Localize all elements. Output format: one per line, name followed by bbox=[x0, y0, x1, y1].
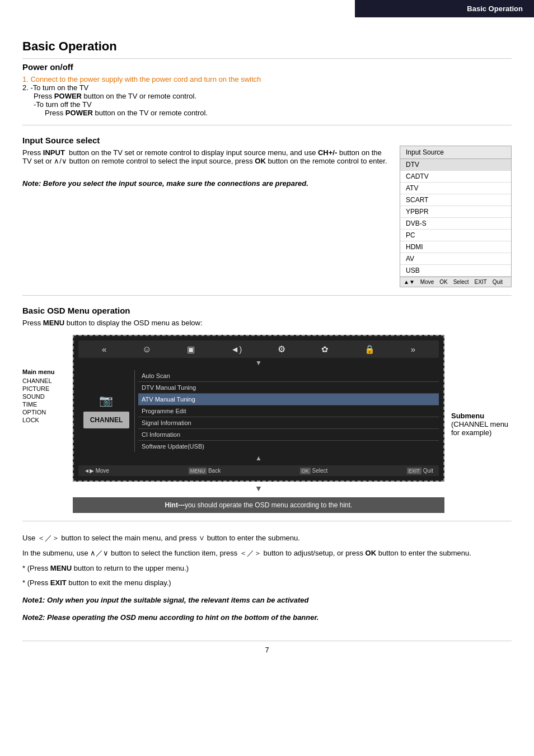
sm-dtv-manual: DTV Manual Tuning bbox=[138, 382, 439, 394]
main-menu-label-title: Main menu bbox=[22, 368, 70, 375]
bottom-bullet1: * (Press MENU button to return to the up… bbox=[22, 563, 512, 575]
sm-atv-manual: ATV Manual Tuning bbox=[138, 394, 439, 405]
input-source-panel: Input Source DTV CADTV ATV SCART YPBPR D… bbox=[400, 146, 512, 287]
osd-diagram: Main menu CHANNEL PICTURE SOUND TIME OPT… bbox=[22, 335, 512, 513]
submenu-label: Submenu bbox=[451, 412, 512, 420]
input-source-item-ypbpr: YPBPR bbox=[400, 206, 511, 218]
osd-icon-bar: « ☺ ▣ ◄) ⚙ ✿ 🔒 » bbox=[78, 340, 439, 358]
input-move-icon: ▲▼ bbox=[404, 279, 415, 285]
osd-submenu-col: Auto Scan DTV Manual Tuning ATV Manual T… bbox=[134, 370, 439, 452]
input-source-item-cadtv: CADTV bbox=[400, 171, 511, 183]
bottom-note2: Note2: Please operating the OSD menu acc… bbox=[22, 612, 512, 624]
page-number: 7 bbox=[22, 641, 512, 654]
main-menu-item-lock: LOCK bbox=[22, 417, 70, 423]
input-source-panel-header: Input Source bbox=[400, 146, 511, 159]
osd-inner: 📷 CHANNEL Auto Scan DTV Manual Tuning AT… bbox=[78, 370, 439, 452]
osd-section-title: Basic OSD Menu operation bbox=[22, 306, 512, 315]
osd-back-ctrl: MENU Back bbox=[189, 468, 221, 474]
input-move-label: Move bbox=[420, 279, 434, 285]
main-menu-item-picture: PICTURE bbox=[22, 385, 70, 392]
page-section-header: Basic Operation bbox=[355, 0, 534, 17]
osd-section: Basic OSD Menu operation Press MENU butt… bbox=[22, 306, 512, 521]
power-step3-detail: Press POWER button on the TV or remote c… bbox=[22, 109, 512, 117]
bottom-note1: Note1: Only when you input the suitable … bbox=[22, 595, 512, 606]
sm-auto-scan: Auto Scan bbox=[138, 370, 439, 382]
input-source-footer: ▲▼ Move OK Select EXIT Quit bbox=[400, 277, 511, 287]
input-source-item-hdmi: HDMI bbox=[400, 241, 511, 253]
bottom-line2: In the submenu, use ∧／∨ button to select… bbox=[22, 548, 512, 559]
input-source-item-scart: SCART bbox=[400, 194, 511, 206]
osd-arrow-down-bottom: ▼ bbox=[73, 484, 444, 493]
icon-prev: « bbox=[102, 344, 106, 354]
submenu-right-label: Submenu (CHANNEL menu for example) bbox=[444, 335, 512, 513]
camera-icon: 📷 bbox=[83, 394, 130, 407]
sm-prog-edit: Programme Edit bbox=[138, 405, 439, 417]
power-step3: -To turn off the TV bbox=[22, 100, 512, 109]
input-source-item-av: AV bbox=[400, 253, 511, 265]
section-header-label: Basic Operation bbox=[467, 4, 523, 13]
osd-center-area: « ☺ ▣ ◄) ⚙ ✿ 🔒 » ▼ bbox=[73, 335, 444, 513]
input-quit-label: Quit bbox=[493, 279, 503, 285]
osd-frame: « ☺ ▣ ◄) ⚙ ✿ 🔒 » ▼ bbox=[73, 335, 444, 482]
icon-lock: 🔒 bbox=[364, 344, 375, 354]
input-source-title: Input Source select bbox=[22, 136, 512, 145]
main-menu-item-option: OPTION bbox=[22, 409, 70, 416]
bottom-text: Use ＜／＞ button to select the main menu, … bbox=[22, 533, 512, 624]
main-menu-item-sound: SOUND bbox=[22, 393, 70, 400]
sm-ci-info: CI Information bbox=[138, 429, 439, 441]
input-source-section: Input Source select Input Source DTV CAD… bbox=[22, 136, 512, 296]
power-section-title: Power on/off bbox=[22, 62, 512, 72]
main-menu-labels: Main menu CHANNEL PICTURE SOUND TIME OPT… bbox=[22, 335, 73, 513]
input-source-item-atv: ATV bbox=[400, 183, 511, 194]
power-section: Power on/off 1. Connect to the power sup… bbox=[22, 62, 512, 125]
hint-banner: Hint---you should operate the OSD menu a… bbox=[73, 497, 444, 513]
input-select-icon: OK bbox=[439, 279, 447, 285]
osd-section-body: Press MENU button to display the OSD men… bbox=[22, 319, 512, 327]
submenu-sublabel2: for example) bbox=[451, 428, 512, 437]
main-menu-item-time: TIME bbox=[22, 401, 70, 408]
input-source-item-dtv: DTV bbox=[400, 159, 511, 171]
icon-flower: ✿ bbox=[321, 344, 329, 354]
icon-next: » bbox=[411, 344, 415, 354]
sm-software-update: Software Update(USB) bbox=[138, 441, 439, 452]
input-select-label: Select bbox=[453, 279, 469, 285]
sm-signal-info: Signal Information bbox=[138, 417, 439, 429]
hint-text: you should operate the OSD menu accordin… bbox=[185, 501, 353, 509]
osd-arrow-down-top: ▼ bbox=[78, 359, 439, 367]
page-title: Basic Operation bbox=[22, 39, 512, 59]
osd-bottom-bar: ◄▶ Move MENU Back OK Select EXIT Quit bbox=[78, 465, 439, 476]
bottom-bullet2: * (Press EXIT button to exit the menu di… bbox=[22, 577, 512, 589]
icon-screen: ▣ bbox=[187, 344, 195, 354]
icon-face: ☺ bbox=[142, 344, 151, 354]
power-step2-detail: Press POWER button on the TV or remote c… bbox=[22, 92, 512, 100]
power-step1: 1. Connect to the power supply with the … bbox=[22, 75, 512, 83]
bottom-line1: Use ＜／＞ button to select the main menu, … bbox=[22, 533, 512, 544]
power-step2: 2. -To turn on the TV bbox=[22, 83, 512, 92]
icon-gear: ⚙ bbox=[278, 344, 285, 354]
osd-move-ctrl: ◄▶ Move bbox=[84, 468, 109, 474]
input-quit-icon: EXIT bbox=[475, 279, 487, 285]
osd-quit-ctrl: EXIT Quit bbox=[407, 468, 433, 474]
main-menu-item-channel: CHANNEL bbox=[22, 377, 70, 384]
input-source-item-pc: PC bbox=[400, 230, 511, 241]
osd-select-ctrl: OK Select bbox=[300, 468, 328, 474]
osd-arrow-up-bottom: ▲ bbox=[78, 454, 439, 462]
osd-channel-col: 📷 CHANNEL bbox=[78, 370, 134, 452]
submenu-sublabel: (CHANNEL menu bbox=[451, 420, 512, 428]
page-number-value: 7 bbox=[265, 646, 269, 654]
input-source-item-dvbs: DVB-S bbox=[400, 218, 511, 230]
input-source-item-usb: USB bbox=[400, 265, 511, 277]
channel-label: CHANNEL bbox=[83, 412, 130, 428]
icon-sound: ◄) bbox=[231, 344, 242, 354]
